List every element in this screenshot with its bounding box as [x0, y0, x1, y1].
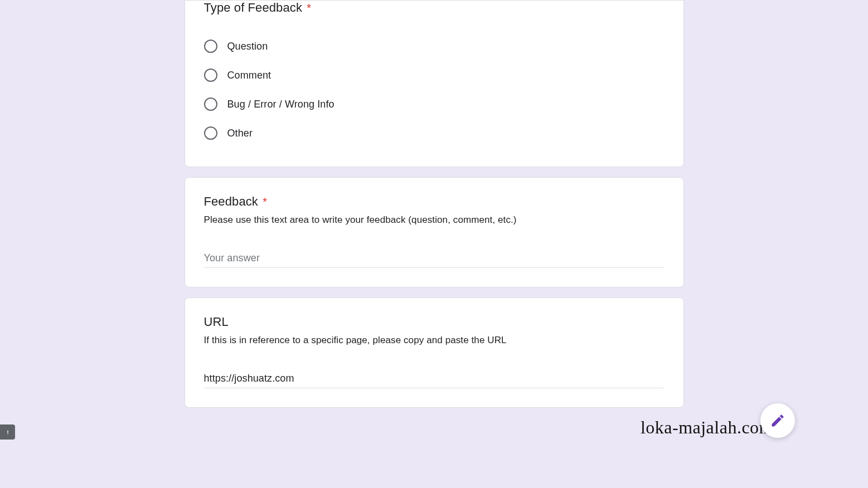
question-title: URL [204, 315, 665, 329]
radio-circle-icon [204, 126, 217, 140]
question-card-type-of-feedback: Type of Feedback * Question Comment Bug … [185, 0, 684, 167]
text-input-wrapper [204, 252, 665, 268]
question-title-text: Type of Feedback [204, 1, 302, 14]
radio-circle-icon [204, 40, 217, 53]
radio-circle-icon [204, 69, 217, 82]
watermark-text: loka-majalah.com [641, 417, 773, 438]
radio-option-bug[interactable]: Bug / Error / Wrong Info [204, 90, 665, 119]
required-asterisk: * [307, 2, 311, 14]
required-asterisk: * [263, 196, 267, 208]
radio-label: Comment [227, 70, 271, 81]
radio-group-type-of-feedback: Question Comment Bug / Error / Wrong Inf… [204, 32, 665, 148]
question-description: Please use this text area to write your … [204, 214, 665, 226]
question-title: Feedback * [204, 194, 665, 209]
question-card-feedback: Feedback * Please use this text area to … [185, 177, 684, 287]
question-description: If this is in reference to a specific pa… [204, 335, 665, 346]
radio-option-question[interactable]: Question [204, 32, 665, 61]
question-card-url: URL If this is in reference to a specifi… [185, 297, 684, 408]
question-title-text: Feedback [204, 194, 258, 208]
radio-circle-icon [204, 97, 217, 111]
url-input[interactable] [204, 373, 665, 384]
radio-label: Other [227, 128, 253, 139]
text-input-wrapper [204, 373, 665, 388]
pencil-icon [770, 413, 785, 428]
radio-label: Bug / Error / Wrong Info [227, 99, 334, 110]
radio-option-other[interactable]: Other [204, 119, 665, 148]
question-title-text: URL [204, 315, 229, 329]
question-title: Type of Feedback * [204, 1, 665, 15]
alert-icon [3, 428, 12, 437]
feedback-input[interactable] [204, 252, 665, 264]
radio-label: Question [227, 41, 268, 52]
radio-option-comment[interactable]: Comment [204, 61, 665, 90]
edit-form-button[interactable] [760, 403, 795, 438]
report-problem-button[interactable] [0, 424, 15, 440]
